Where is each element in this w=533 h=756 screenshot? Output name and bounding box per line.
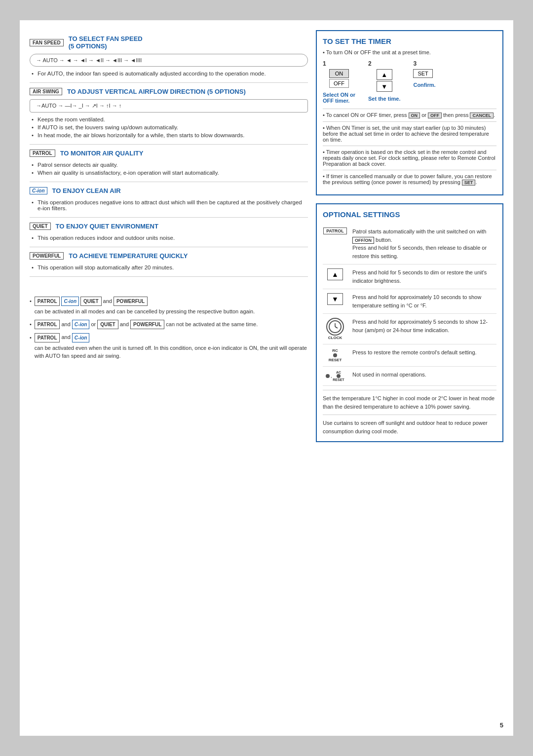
timer-cancel-note: • To cancel ON or OFF timer, press ON or…	[323, 112, 496, 118]
rc-reset-dot	[333, 353, 337, 357]
quiet-title: TO ENJOY QUIET ENVIRONMENT	[56, 223, 158, 230]
off-button[interactable]: OFF	[329, 79, 349, 88]
up-arrow-button[interactable]: ▲	[377, 69, 392, 80]
note-item-1: • PATROL C-ion QUIET and POWERFUL can be…	[30, 297, 308, 316]
opt-patrol-icon: PATROL	[323, 227, 347, 234]
set-button[interactable]: SET	[413, 69, 432, 78]
c-ion-title: TO ENJOY CLEAN AIR	[52, 187, 121, 194]
on-button[interactable]: ON	[329, 69, 349, 78]
c-ion-bullet-1: This operation produces negative ions to…	[32, 198, 308, 212]
ac-reset-dot	[337, 374, 341, 378]
powerful-badge: POWERFUL	[30, 252, 64, 260]
set-dot	[326, 374, 330, 378]
timer-step-2: 2 ▲ ▼ Set the time.	[368, 60, 400, 104]
left-column: FAN SPEED TO SELECT FAN SPEED (5 OPTIONS…	[30, 30, 308, 726]
air-swing-bullet-1: Keeps the room ventilated.	[32, 115, 308, 123]
opt-row-set-reset: , AC RESET Not used in normal operations…	[323, 367, 496, 386]
optional-settings-box: OPTIONAL SETTINGS PATROL Patrol starts a…	[316, 203, 503, 442]
opt-row-patrol: PATROL Patrol starts automatically with …	[323, 224, 496, 265]
note-item-2: • PATROL and C-ion or QUIET and POWERFUL…	[30, 320, 308, 329]
patrol-title: TO MONITOR AIR QUALITY	[60, 150, 144, 157]
step-1-label: Select ON orOFF timer.	[323, 92, 355, 104]
note1-quiet-badge: QUIET	[80, 297, 102, 306]
down-arrow-button[interactable]: ▼	[377, 81, 392, 92]
timer-note-2: • Timer operation is based on the clock …	[323, 149, 496, 167]
patrol-section: PATROL TO MONITOR AIR QUALITY Patrol sen…	[30, 145, 308, 182]
timer-note-1: • When ON Timer is set, the unit may sta…	[323, 125, 496, 143]
air-swing-title: TO ADJUST VERTICAL AIRFLOW DIRECTION (5 …	[67, 88, 246, 95]
note3-patrol-badge: PATROL	[35, 333, 60, 342]
clock-opt-icon	[326, 318, 344, 336]
opt-row-down: ▼ Press and hold for approximately 10 se…	[323, 289, 496, 314]
step-2-num: 2	[368, 60, 372, 67]
opt-rc-reset-icon: RC RESET	[323, 348, 347, 362]
air-swing-header: AIR SWING TO ADJUST VERTICAL AIRFLOW DIR…	[30, 88, 308, 95]
page-number: 5	[500, 721, 503, 729]
opt-up-icon: ▲	[323, 268, 347, 280]
note2-powerful-badge: POWERFUL	[130, 320, 164, 329]
note2-patrol-badge: PATROL	[35, 320, 60, 329]
c-ion-badge: C-ion	[30, 187, 47, 194]
on-inline-badge: ON	[409, 113, 420, 118]
opt-clock-icon: CLOCK	[323, 318, 347, 340]
powerful-header: POWERFUL TO ACHIEVE TEMPERATURE QUICKLY	[30, 252, 308, 260]
note2-cion-badge: C-ion	[72, 320, 90, 329]
step-2-label: Set the time.	[368, 96, 400, 102]
air-swing-bullet-2: If AUTO is set, the louvers swing up/dow…	[32, 123, 308, 131]
air-swing-diagram: →AUTO → —I→ _I → ↗I → ↑I → ↑	[30, 99, 308, 113]
quiet-bullet-1: This operation reduces indoor and outdoo…	[32, 234, 308, 242]
opt-up-text: Press and hold for 5 seconds to dim or r…	[352, 268, 496, 285]
right-column: TO SET THE TIMER • To turn ON or OFF the…	[316, 30, 503, 726]
timer-box: TO SET THE TIMER • To turn ON or OFF the…	[316, 30, 503, 195]
powerful-bullet-1: This operation will stop automatically a…	[32, 264, 308, 271]
powerful-bullets: This operation will stop automatically a…	[30, 264, 308, 271]
step-3-num: 3	[413, 60, 417, 67]
timer-note-3: • If timer is cancelled manually or due …	[323, 173, 496, 186]
air-swing-bullet-3: In heat mode, the air blows horizontally…	[32, 131, 308, 139]
opt-set-reset-text: Not used in normal operations.	[352, 371, 426, 379]
fan-speed-diagram: → AUTO → ◄ → ◄I → ◄II → ◄III → ◄IIII	[30, 54, 308, 67]
timer-title: TO SET THE TIMER	[323, 37, 496, 45]
opt-row-rc-reset: RC RESET Press to restore the remote con…	[323, 344, 496, 367]
fan-speed-title: TO SELECT FAN SPEED (5 OPTIONS)	[69, 35, 143, 50]
down-arrow-opt-icon: ▼	[327, 293, 343, 305]
patrol-bullets: Patrol sensor detects air quality. When …	[30, 161, 308, 177]
quiet-badge: QUIET	[30, 223, 51, 230]
patrol-bullet-1: Patrol sensor detects air quality.	[32, 161, 308, 169]
air-swing-badge: AIR SWING	[30, 88, 62, 95]
opt-savings-note: Set the temperature 1°C higher in cool m…	[323, 394, 496, 411]
opt-row-up: ▲ Press and hold for 5 seconds to dim or…	[323, 265, 496, 289]
opt-set-reset-icon: , AC RESET	[323, 371, 347, 381]
fan-speed-header: FAN SPEED TO SELECT FAN SPEED (5 OPTIONS…	[30, 35, 308, 50]
opt-down-text: Press and hold for approximately 10 seco…	[352, 293, 496, 309]
air-swing-bullets: Keeps the room ventilated. If AUTO is se…	[30, 115, 308, 139]
opt-rc-reset-text: Press to restore the remote control's de…	[352, 348, 477, 357]
step-3-label: Confirm.	[413, 82, 435, 88]
patrol-bullet-2: When air quality is unsatisfactory, e-io…	[32, 169, 308, 177]
note3-cion-badge: C-ion	[72, 333, 90, 342]
opt-patrol-text: Patrol starts automatically with the uni…	[352, 227, 496, 260]
patrol-opt-badge: PATROL	[323, 227, 347, 234]
quiet-bullets: This operation reduces indoor and outdoo…	[30, 234, 308, 242]
fan-speed-bullet-1: For AUTO, the indoor fan speed is automa…	[32, 70, 308, 77]
patrol-header: PATROL TO MONITOR AIR QUALITY	[30, 150, 308, 157]
bottom-left-notes: • PATROL C-ion QUIET and POWERFUL can be…	[30, 292, 308, 364]
opt-down-icon: ▼	[323, 293, 347, 305]
cancel-inline-badge: CANCEL	[470, 113, 494, 118]
up-arrow-opt-icon: ▲	[327, 268, 343, 280]
powerful-title: TO ACHIEVE TEMPERATURE QUICKLY	[69, 252, 188, 260]
page: FAN SPEED TO SELECT FAN SPEED (5 OPTIONS…	[20, 20, 513, 736]
fan-speed-badge: FAN SPEED	[30, 39, 64, 46]
fan-speed-bullets: For AUTO, the indoor fan speed is automa…	[30, 70, 308, 77]
note1-cion-badge: C-ion	[61, 297, 79, 306]
patrol-badge: PATROL	[30, 150, 55, 157]
opt-clock-text: Press and hold for approximately 5 secon…	[352, 318, 496, 334]
off-inline-badge: OFF	[428, 113, 442, 118]
c-ion-bullets: This operation produces negative ions to…	[30, 198, 308, 212]
fan-speed-section: FAN SPEED TO SELECT FAN SPEED (5 OPTIONS…	[30, 30, 308, 83]
note1-powerful-badge: POWERFUL	[114, 297, 148, 306]
timer-intro: • To turn ON or OFF the unit at a preset…	[323, 49, 496, 55]
timer-steps: 1 ON OFF Select ON orOFF timer. 2 ▲ ▼ Se…	[323, 60, 496, 104]
powerful-section: POWERFUL TO ACHIEVE TEMPERATURE QUICKLY …	[30, 247, 308, 277]
timer-step-3: 3 SET Confirm.	[413, 60, 435, 104]
